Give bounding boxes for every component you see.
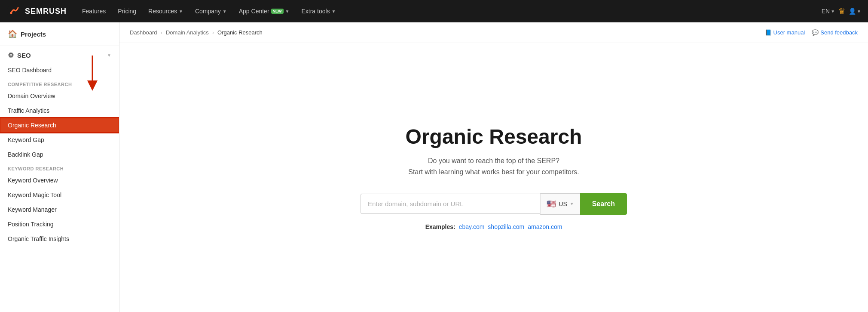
nav-app-center[interactable]: App Center NEW ▼ — [234, 5, 295, 17]
svg-point-0 — [7, 3, 22, 19]
main-content: Dashboard › Domain Analytics › Organic R… — [119, 22, 868, 312]
country-label: US — [559, 201, 567, 207]
logo[interactable]: SEMRUSH — [7, 3, 67, 19]
page-title: Organic Research — [406, 125, 582, 148]
app-layout: 🏠 Projects ⚙ SEO ▼ SEO Dashboard COMPETI… — [0, 22, 868, 312]
sidebar-item-organic-research[interactable]: Organic Research — [0, 118, 119, 133]
sidebar-item-backlink-gap[interactable]: Backlink Gap — [0, 147, 119, 162]
breadcrumb-current: Organic Research — [217, 29, 263, 36]
language-selector[interactable]: EN ▼ — [822, 8, 835, 15]
sidebar-item-keyword-manager[interactable]: Keyword Manager — [0, 202, 119, 217]
new-badge: NEW — [271, 9, 284, 14]
sidebar-item-organic-traffic-insights[interactable]: Organic Traffic Insights — [0, 232, 119, 246]
sidebar-section-competitive-research: COMPETITIVE RESEARCH — [0, 77, 119, 89]
examples-row: Examples: ebay.com shopzilla.com amazon.… — [425, 223, 562, 230]
top-navigation: SEMRUSH Features Pricing Resources ▼ Com… — [0, 0, 868, 22]
chat-icon: 💬 — [812, 29, 819, 36]
chevron-down-icon: ▼ — [179, 9, 183, 14]
nav-company[interactable]: Company ▼ — [190, 5, 232, 17]
sidebar-projects[interactable]: 🏠 Projects — [0, 22, 119, 46]
breadcrumb-separator: › — [161, 29, 162, 36]
chevron-down-icon: ▼ — [332, 9, 336, 14]
example-link-shopzilla[interactable]: shopzilla.com — [488, 223, 524, 230]
us-flag-icon: 🇺🇸 — [547, 199, 556, 209]
logo-text: SEMRUSH — [25, 7, 67, 16]
seo-icon: ⚙ — [8, 51, 14, 59]
nav-resources[interactable]: Resources ▼ — [143, 5, 188, 17]
search-input-wrapper — [361, 194, 540, 214]
sidebar-item-seo-dashboard[interactable]: SEO Dashboard — [0, 63, 119, 77]
user-menu[interactable]: 👤 ▼ — [849, 8, 861, 15]
example-link-ebay[interactable]: ebay.com — [459, 223, 485, 230]
sidebar-item-traffic-analytics[interactable]: Traffic Analytics — [0, 103, 119, 118]
nav-features[interactable]: Features — [77, 5, 111, 17]
example-link-amazon[interactable]: amazon.com — [528, 223, 562, 230]
search-button[interactable]: Search — [580, 193, 627, 215]
sidebar-item-keyword-gap[interactable]: Keyword Gap — [0, 133, 119, 147]
sidebar-item-domain-overview[interactable]: Domain Overview — [0, 89, 119, 103]
page-subtitle: Do you want to reach the top of the SERP… — [408, 155, 579, 177]
home-icon: 🏠 — [8, 29, 17, 39]
examples-label: Examples: — [425, 223, 455, 230]
sidebar-section-keyword-research: KEYWORD RESEARCH — [0, 162, 119, 173]
breadcrumb-separator: › — [212, 29, 214, 36]
seo-section-header[interactable]: ⚙ SEO ▼ — [0, 46, 119, 63]
seo-label: ⚙ SEO — [8, 51, 31, 59]
nav-pricing[interactable]: Pricing — [113, 5, 141, 17]
chevron-down-icon: ▼ — [223, 9, 227, 14]
user-manual-link[interactable]: 📘 User manual — [765, 29, 805, 36]
breadcrumb-bar: Dashboard › Domain Analytics › Organic R… — [119, 22, 868, 43]
breadcrumb-actions: 📘 User manual 💬 Send feedback — [765, 29, 858, 36]
book-icon: 📘 — [765, 29, 772, 36]
breadcrumb-domain-analytics[interactable]: Domain Analytics — [166, 29, 209, 36]
page-body: Organic Research Do you want to reach th… — [119, 43, 868, 312]
language-label: EN — [822, 8, 830, 15]
nav-right: EN ▼ ♛ 👤 ▼ — [822, 6, 861, 16]
svg-point-1 — [10, 12, 12, 14]
sidebar-item-keyword-overview[interactable]: Keyword Overview — [0, 173, 119, 188]
breadcrumb-dashboard[interactable]: Dashboard — [130, 29, 157, 36]
chevron-down-icon: ▼ — [831, 9, 835, 14]
nav-extra-tools[interactable]: Extra tools ▼ — [296, 5, 341, 17]
chevron-down-icon: ▼ — [285, 9, 290, 14]
chevron-down-icon: ▼ — [107, 53, 111, 58]
search-container: 🇺🇸 US ▼ Search — [361, 193, 627, 215]
projects-label: Projects — [21, 31, 46, 38]
nav-items: Features Pricing Resources ▼ Company ▼ A… — [77, 5, 822, 17]
sidebar: 🏠 Projects ⚙ SEO ▼ SEO Dashboard COMPETI… — [0, 22, 119, 312]
domain-search-input[interactable] — [361, 194, 540, 213]
send-feedback-link[interactable]: 💬 Send feedback — [812, 29, 858, 36]
crown-icon[interactable]: ♛ — [838, 6, 845, 16]
sidebar-item-position-tracking[interactable]: Position Tracking — [0, 217, 119, 232]
chevron-down-icon: ▼ — [857, 9, 861, 14]
country-selector[interactable]: 🇺🇸 US ▼ — [540, 193, 580, 215]
chevron-down-icon: ▼ — [570, 201, 574, 206]
breadcrumb: Dashboard › Domain Analytics › Organic R… — [130, 29, 263, 36]
sidebar-item-keyword-magic-tool[interactable]: Keyword Magic Tool — [0, 188, 119, 202]
